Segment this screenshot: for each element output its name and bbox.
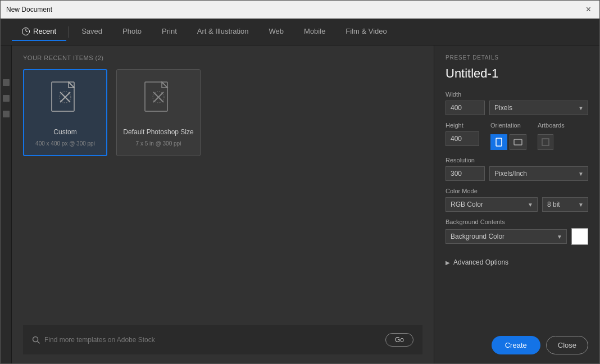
color-mode-row: Color Mode RGB Color CMYK Color Grayscal… <box>446 188 588 212</box>
left-panel: YOUR RECENT ITEMS (2) Cus <box>12 46 434 363</box>
chevron-right-icon: ▶ <box>446 260 450 266</box>
search-bar: Go <box>23 325 422 354</box>
orientation-label: Orientation <box>490 122 526 129</box>
resolution-label: Resolution <box>446 157 588 163</box>
width-input[interactable] <box>446 101 485 115</box>
tab-artillustration-label: Art & Illustration <box>197 27 249 35</box>
height-label: Height <box>446 122 479 129</box>
panel-footer: Create Close <box>446 327 588 354</box>
create-button[interactable]: Create <box>492 336 540 354</box>
preset-card-default-meta: 7 x 5 in @ 300 ppi <box>136 140 181 147</box>
bit-depth-select[interactable]: 8 bit 16 bit 32 bit <box>542 197 588 212</box>
tab-filmvideo-label: Film & Video <box>346 27 387 35</box>
preset-name-row <box>446 66 588 81</box>
preset-icon-custom <box>46 79 85 124</box>
advanced-options-label: Advanced Options <box>453 258 508 266</box>
preset-name-input[interactable] <box>446 66 599 81</box>
resolution-unit-select[interactable]: Pixels/Inch Pixels/Centimeter <box>489 166 588 181</box>
resolution-row: Resolution Pixels/Inch Pixels/Centimeter… <box>446 157 588 181</box>
width-row: Width Pixels Inches Centimeters ▼ <box>446 91 588 115</box>
color-mode-wrapper: RGB Color CMYK Color Grayscale Bitmap La… <box>446 197 538 212</box>
preset-card-default-name: Default Photoshop Size <box>123 128 193 136</box>
preset-details-label: PRESET DETAILS <box>446 54 588 61</box>
orientation-buttons <box>490 134 526 150</box>
tab-mobile[interactable]: Mobile <box>294 22 335 41</box>
tab-artillustration[interactable]: Art & Illustration <box>187 22 259 41</box>
bg-contents-select[interactable]: Background Color White Black Transparent… <box>446 229 567 244</box>
artboard-checkbox-wrapper <box>538 134 565 150</box>
background-contents-label: Background Contents <box>446 219 588 225</box>
color-mode-controls: RGB Color CMYK Color Grayscale Bitmap La… <box>446 197 588 212</box>
height-input[interactable] <box>446 131 479 146</box>
artboards-group: Artboards <box>538 122 565 150</box>
svg-rect-15 <box>542 139 549 145</box>
title-bar: New Document × <box>1 1 599 19</box>
dialog-title: New Document <box>6 6 52 13</box>
bit-depth-wrapper: 8 bit 16 bit 32 bit ▼ <box>542 197 588 212</box>
svg-rect-14 <box>514 139 522 145</box>
width-unit-select[interactable]: Pixels Inches Centimeters <box>489 101 588 115</box>
tab-web[interactable]: Web <box>259 22 294 41</box>
height-group: Height <box>446 122 479 146</box>
tab-photo[interactable]: Photo <box>112 22 152 41</box>
svg-rect-13 <box>496 138 502 146</box>
color-mode-label: Color Mode <box>446 188 588 194</box>
recent-grid: Custom 400 x 400 px @ 300 ppi <box>23 69 422 156</box>
preset-card-custom-name: Custom <box>53 128 76 136</box>
orientation-group: Orientation <box>490 122 526 150</box>
resolution-unit-wrapper: Pixels/Inch Pixels/Centimeter ▼ <box>489 166 588 181</box>
portrait-button[interactable] <box>490 134 507 150</box>
right-panel: PRESET DETAILS Width <box>434 46 599 363</box>
width-unit-wrapper: Pixels Inches Centimeters ▼ <box>489 101 588 115</box>
recent-section-label: YOUR RECENT ITEMS (2) <box>23 54 422 61</box>
tab-recent-label: Recent <box>33 27 56 35</box>
go-button[interactable]: Go <box>385 333 413 347</box>
tab-print[interactable]: Print <box>152 22 187 41</box>
background-contents-row: Background Contents Background Color Whi… <box>446 219 588 249</box>
preset-card-default[interactable]: Default Photoshop Size 7 x 5 in @ 300 pp… <box>116 69 201 156</box>
tab-web-label: Web <box>269 27 284 35</box>
close-button[interactable]: Close <box>546 336 588 354</box>
width-label: Width <box>446 91 588 98</box>
close-title-button[interactable]: × <box>583 3 594 16</box>
side-icon-3[interactable] <box>3 111 10 117</box>
tabs-bar: Recent Saved Photo Print Art & Illustrat… <box>1 19 599 46</box>
main-content: YOUR RECENT ITEMS (2) Cus <box>1 46 599 363</box>
tab-filmvideo[interactable]: Film & Video <box>335 22 397 41</box>
tab-print-label: Print <box>162 27 177 35</box>
landscape-button[interactable] <box>510 134 526 150</box>
tab-saved[interactable]: Saved <box>71 22 112 41</box>
resolution-input[interactable] <box>446 166 485 181</box>
width-controls: Pixels Inches Centimeters ▼ <box>446 101 588 115</box>
tab-recent[interactable]: Recent <box>12 22 66 41</box>
tab-saved-label: Saved <box>81 27 102 35</box>
preset-card-custom[interactable]: Custom 400 x 400 px @ 300 ppi <box>23 69 107 156</box>
artboard-checkbox[interactable] <box>538 134 553 150</box>
bg-contents-wrapper: Background Color White Black Transparent… <box>446 229 567 244</box>
color-swatch[interactable] <box>571 228 588 245</box>
clock-icon <box>22 28 30 35</box>
background-contents-controls: Background Color White Black Transparent… <box>446 228 588 245</box>
color-mode-select[interactable]: RGB Color CMYK Color Grayscale Bitmap La… <box>446 197 538 212</box>
side-icon-2[interactable] <box>3 95 10 102</box>
svg-point-8 <box>33 337 38 342</box>
tab-photo-label: Photo <box>122 27 142 35</box>
search-wrapper <box>32 336 380 344</box>
preset-icon-default <box>139 79 178 124</box>
artboards-label: Artboards <box>538 122 565 129</box>
advanced-options-row[interactable]: ▶ Advanced Options <box>446 258 588 266</box>
tab-divider-1 <box>69 26 69 38</box>
preset-card-custom-meta: 400 x 400 px @ 300 ppi <box>35 140 95 147</box>
new-document-dialog: New Document × Recent Saved Photo Print … <box>0 0 600 364</box>
search-icon <box>32 336 40 344</box>
svg-line-9 <box>38 342 39 343</box>
left-icons-bar <box>1 46 12 363</box>
resolution-controls: Pixels/Inch Pixels/Centimeter ▼ <box>446 166 588 181</box>
search-input[interactable] <box>44 336 380 344</box>
height-row: Height Orientation <box>446 122 588 150</box>
tab-mobile-label: Mobile <box>304 27 325 35</box>
side-icon-1[interactable] <box>3 79 10 86</box>
